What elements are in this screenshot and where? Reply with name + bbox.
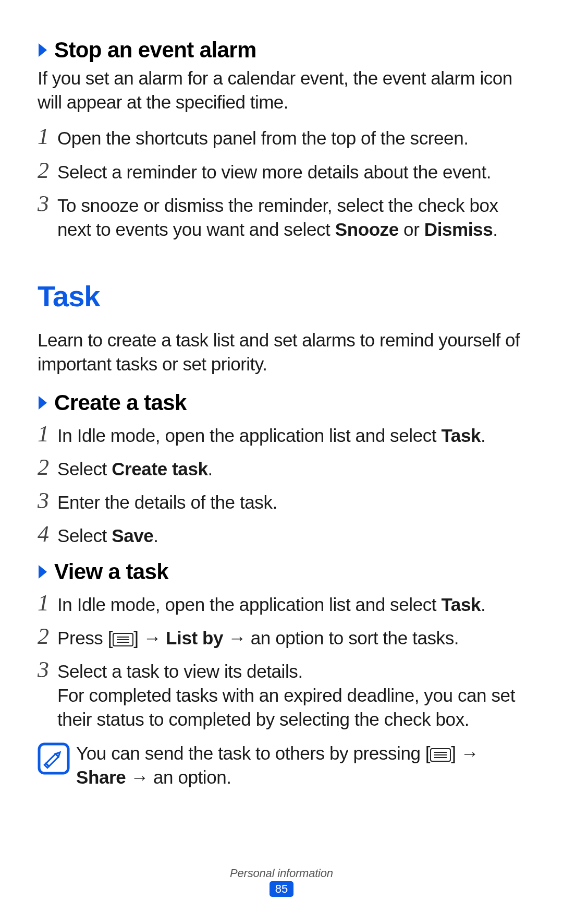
- svg-rect-10: [44, 763, 48, 767]
- step-text: Press [] → List by → an option to sort t…: [57, 626, 525, 650]
- step-text-middle: or: [399, 219, 424, 239]
- pencil-note-icon: [38, 742, 70, 775]
- step-text: In Idle mode, open the application list …: [57, 424, 525, 448]
- create-task-step-3: 3 Enter the details of the task.: [38, 490, 525, 514]
- bold-snooze: Snooze: [335, 219, 399, 239]
- footer-section-name: Personal information: [0, 867, 563, 880]
- view-task-step-1: 1 In Idle mode, open the application lis…: [38, 593, 525, 617]
- bold-save: Save: [112, 525, 153, 546]
- step-number: 1: [38, 592, 57, 615]
- step-text: Select Create task.: [57, 457, 525, 481]
- step-line-1: Select a task to view its details.: [57, 661, 303, 681]
- text-suffix: .: [208, 459, 213, 479]
- step-text: Enter the details of the task.: [57, 490, 525, 514]
- svg-marker-9: [56, 751, 62, 757]
- step-text: Select a task to view its details. For c…: [57, 659, 525, 732]
- create-task-step-2: 2 Select Create task.: [38, 457, 525, 481]
- bold-dismiss: Dismiss: [424, 219, 493, 239]
- step-number: 2: [38, 456, 57, 479]
- note-after-icon: ]: [451, 743, 461, 763]
- arrow-icon: →: [228, 628, 246, 648]
- step-number: 2: [38, 159, 57, 182]
- step-number: 1: [38, 423, 57, 446]
- svg-marker-0: [39, 43, 47, 57]
- note-block: You can send the task to others by press…: [38, 741, 525, 789]
- step-number: 3: [38, 658, 57, 681]
- step-extra: For completed tasks with an expired dead…: [57, 685, 515, 729]
- step-text: Select Save.: [57, 524, 525, 548]
- step-number: 1: [38, 125, 57, 148]
- subheading-create-task: Create a task: [38, 388, 525, 417]
- subheading-create-task-text: Create a task: [54, 388, 187, 417]
- arrow-icon: →: [131, 767, 149, 787]
- arrow-icon: →: [461, 743, 479, 763]
- create-task-step-4: 4 Select Save.: [38, 524, 525, 548]
- view-task-step-3: 3 Select a task to view its details. For…: [38, 659, 525, 732]
- page-number: 85: [275, 882, 288, 896]
- chevron-right-icon: [38, 42, 50, 58]
- page-footer: Personal information 85: [0, 867, 563, 897]
- step-number: 3: [38, 489, 57, 512]
- stop-alarm-step-1: 1 Open the shortcuts panel from the top …: [38, 126, 525, 150]
- stop-alarm-intro: If you set an alarm for a calendar event…: [38, 66, 525, 114]
- svg-rect-7: [39, 744, 68, 773]
- svg-marker-1: [39, 396, 47, 410]
- text-suffix: .: [481, 425, 485, 446]
- step-number: 2: [38, 625, 57, 648]
- subheading-stop-alarm-text: Stop an event alarm: [54, 35, 256, 64]
- text-prefix: In Idle mode, open the application list …: [57, 594, 441, 615]
- bold-task: Task: [441, 594, 481, 615]
- create-task-step-1: 1 In Idle mode, open the application lis…: [38, 424, 525, 448]
- note-prefix: You can send the task to others by press…: [76, 743, 430, 763]
- step-text: To snooze or dismiss the reminder, selec…: [57, 194, 525, 242]
- text-suffix: an option to sort the tasks.: [246, 628, 459, 648]
- chevron-right-icon: [38, 564, 50, 580]
- manual-page: Stop an event alarm If you set an alarm …: [0, 0, 563, 924]
- bold-list-by: List by: [161, 628, 228, 648]
- subheading-view-task-text: View a task: [54, 557, 168, 586]
- step-text: Open the shortcuts panel from the top of…: [57, 126, 525, 150]
- step-text: Select a reminder to view more details a…: [57, 160, 525, 184]
- bold-share: Share: [76, 767, 131, 787]
- bold-task: Task: [441, 425, 481, 446]
- subheading-stop-alarm: Stop an event alarm: [38, 35, 525, 64]
- chevron-right-icon: [38, 395, 50, 411]
- text-prefix: Select: [57, 459, 112, 479]
- text-prefix: Press [: [57, 628, 113, 648]
- text-suffix: .: [153, 525, 158, 546]
- step-number: 3: [38, 193, 57, 215]
- page-content: Stop an event alarm If you set an alarm …: [38, 35, 525, 789]
- step-text: In Idle mode, open the application list …: [57, 593, 525, 617]
- note-text: You can send the task to others by press…: [76, 741, 525, 789]
- page-number-badge: 85: [270, 881, 293, 897]
- menu-key-icon: [113, 633, 133, 646]
- arrow-icon: →: [143, 628, 161, 648]
- note-suffix: an option.: [149, 767, 231, 787]
- text-after-icon: ]: [133, 628, 143, 648]
- text-prefix: Select: [57, 525, 112, 546]
- stop-alarm-step-2: 2 Select a reminder to view more details…: [38, 160, 525, 184]
- section-heading-task: Task: [38, 277, 525, 316]
- svg-marker-2: [39, 565, 47, 579]
- text-prefix: In Idle mode, open the application list …: [57, 425, 441, 446]
- menu-key-icon: [430, 748, 451, 762]
- stop-alarm-step-3: 3 To snooze or dismiss the reminder, sel…: [38, 194, 525, 242]
- subheading-view-task: View a task: [38, 557, 525, 586]
- step-text-suffix: .: [493, 219, 497, 239]
- bold-create-task: Create task: [112, 459, 207, 479]
- view-task-step-2: 2 Press [] → List by → an option to sort…: [38, 626, 525, 650]
- task-intro: Learn to create a task list and set alar…: [38, 328, 525, 376]
- text-suffix: .: [481, 594, 485, 615]
- step-number: 4: [38, 523, 57, 546]
